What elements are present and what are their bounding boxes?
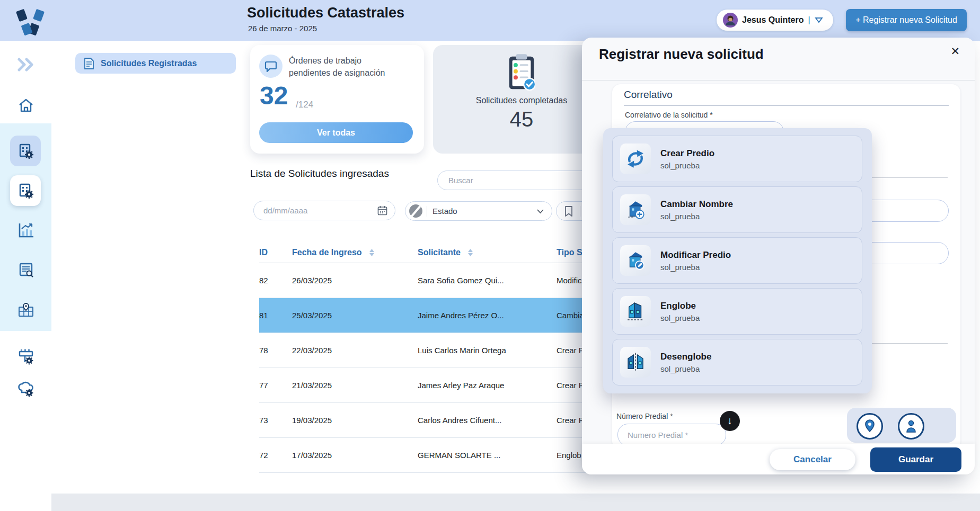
document-icon bbox=[84, 57, 94, 70]
pending-orders-title: Órdenes de trabajo pendientes de asignac… bbox=[289, 55, 385, 79]
option-crear-predio[interactable]: Crear Predio sol_prueba bbox=[612, 136, 862, 182]
sync-arrows-icon bbox=[620, 144, 651, 174]
chevron-down-icon bbox=[536, 209, 544, 214]
date-input[interactable] bbox=[263, 206, 369, 215]
option-modificar-predio[interactable]: Modificar Predio sol_prueba bbox=[612, 237, 862, 284]
house-plus-icon bbox=[620, 194, 651, 225]
cell-solicitante: Sara Sofia Gomez Qui... bbox=[418, 276, 557, 285]
pending-count: 32 bbox=[260, 81, 288, 110]
cell-fecha: 26/03/2025 bbox=[292, 276, 418, 285]
sidebar-item-stats[interactable] bbox=[0, 222, 51, 238]
table-row[interactable]: 73 19/03/2025 Carlos Andres Cifuent... C… bbox=[259, 403, 630, 438]
register-drawer: Registrar nueva solicitud ✕ Correlativo … bbox=[582, 38, 975, 474]
section-title-correlativo: Correlativo bbox=[624, 89, 673, 101]
date-filter[interactable] bbox=[253, 201, 395, 220]
user-menu[interactable]: Jesus Quintero | bbox=[717, 10, 833, 31]
user-divider: | bbox=[808, 15, 810, 25]
ver-todas-button[interactable]: Ver todas bbox=[259, 122, 413, 143]
divider bbox=[427, 206, 427, 217]
estado-label: Estado bbox=[432, 207, 457, 216]
drawer-title: Registrar nueva solicitud bbox=[599, 46, 764, 62]
page-title: Solicitudes Catastrales bbox=[247, 5, 404, 21]
calendar-icon bbox=[377, 205, 387, 216]
cell-fecha: 19/03/2025 bbox=[292, 416, 418, 425]
sidebar-item-solicitudes-active[interactable] bbox=[10, 136, 41, 166]
sign-gear-icon bbox=[17, 348, 34, 365]
scroll-down-button[interactable]: ↓ bbox=[720, 411, 740, 431]
cancel-button[interactable]: Cancelar bbox=[770, 449, 855, 470]
numero-predial-label: Número Predial * bbox=[616, 412, 673, 420]
cell-id: 73 bbox=[259, 416, 292, 425]
sidebar-expand-button[interactable] bbox=[0, 58, 51, 71]
column-header-fecha[interactable]: Fecha de Ingreso bbox=[292, 248, 418, 257]
table-row[interactable]: 82 26/03/2025 Sara Sofia Gomez Qui... Mo… bbox=[259, 263, 630, 298]
column-header-solicitante[interactable]: Solicitante bbox=[418, 248, 557, 257]
option-label: Modificar Predio bbox=[660, 250, 731, 261]
cell-fecha: 17/03/2025 bbox=[292, 451, 418, 460]
locate-owner-toggle bbox=[847, 408, 956, 443]
person-icon[interactable] bbox=[898, 413, 924, 440]
table-row[interactable]: 72 17/03/2025 GERMAN SOLARTE ... Englob bbox=[259, 438, 630, 473]
clipboard-check-icon bbox=[508, 53, 535, 92]
solicitud-type-dropdown: Crear Predio sol_prueba Cambi bbox=[603, 128, 872, 393]
pending-orders-card: Órdenes de trabajo pendientes de asignac… bbox=[250, 45, 424, 154]
pending-total: /124 bbox=[296, 100, 313, 110]
column-header-id[interactable]: ID bbox=[259, 248, 292, 257]
sort-icon[interactable] bbox=[468, 249, 473, 256]
app-header: Solicitudes Catastrales 26 de marzo - 20… bbox=[0, 0, 980, 41]
sidebar-item-map[interactable] bbox=[0, 302, 51, 318]
sidebar-item-documents[interactable] bbox=[0, 262, 51, 278]
cell-solicitante: Luis Carlos Marin Ortega bbox=[418, 346, 557, 355]
drawer-footer: Cancelar Guardar bbox=[582, 444, 975, 474]
cell-solicitante: James Arley Paz Araque bbox=[418, 381, 557, 390]
table-row[interactable]: 77 21/03/2025 James Arley Paz Araque Cre… bbox=[259, 368, 630, 403]
bottom-strip bbox=[51, 494, 980, 511]
option-label: Cambiar Nombre bbox=[660, 199, 733, 210]
section-divider bbox=[624, 105, 949, 106]
cell-fecha: 22/03/2025 bbox=[292, 346, 418, 355]
page-date: 26 de marzo - 2025 bbox=[248, 24, 317, 33]
chevron-down-icon bbox=[815, 17, 823, 23]
sort-icon[interactable] bbox=[369, 249, 374, 256]
building-merge-icon bbox=[620, 296, 651, 327]
table-row[interactable]: 81 25/03/2025 Jaime Andres Pérez O... Ca… bbox=[259, 298, 630, 333]
cell-solicitante: Carlos Andres Cifuent... bbox=[418, 416, 557, 425]
completed-count: 45 bbox=[510, 107, 534, 131]
location-pin-icon[interactable] bbox=[857, 413, 883, 440]
sidebar-item-board-settings[interactable] bbox=[0, 348, 51, 365]
estado-status-icon bbox=[409, 204, 422, 218]
sidebar-item-cloud-settings[interactable] bbox=[0, 381, 51, 398]
section-divider bbox=[872, 343, 948, 344]
option-label: Crear Predio bbox=[660, 148, 714, 159]
table-header-row: ID Fecha de Ingreso Solicitante Tipo S bbox=[259, 243, 630, 263]
cell-fecha: 21/03/2025 bbox=[292, 381, 418, 390]
numero-predial-input[interactable] bbox=[617, 424, 726, 446]
option-cambiar-nombre[interactable]: Cambiar Nombre sol_prueba bbox=[612, 186, 862, 233]
save-button[interactable]: Guardar bbox=[870, 447, 961, 472]
building-gear-icon bbox=[17, 182, 34, 199]
option-englobe[interactable]: Englobe sol_prueba bbox=[612, 288, 862, 335]
sidebar bbox=[0, 41, 51, 511]
register-new-request-button[interactable]: + Registrar nueva Solicitud bbox=[846, 9, 967, 31]
estado-select[interactable]: Estado bbox=[405, 201, 552, 221]
list-title: Lista de Solicitudes ingresadas bbox=[250, 168, 389, 180]
option-sublabel: sol_prueba bbox=[660, 212, 733, 221]
sidebar-item-solicitudes-alt[interactable] bbox=[10, 175, 41, 206]
table-row[interactable]: 78 22/03/2025 Luis Carlos Marin Ortega C… bbox=[259, 333, 630, 368]
tab-solicitudes-registradas[interactable]: Solicitudes Registradas bbox=[75, 53, 236, 74]
app: Solicitudes Catastrales 26 de marzo - 20… bbox=[0, 0, 980, 511]
home-icon bbox=[18, 98, 34, 113]
requests-table: ID Fecha de Ingreso Solicitante Tipo S bbox=[259, 243, 630, 473]
house-edit-icon bbox=[620, 245, 651, 276]
map-pin-icon bbox=[17, 302, 34, 318]
option-desenglobe[interactable]: Desenglobe sol_prueba bbox=[612, 339, 862, 386]
cell-id: 78 bbox=[259, 346, 292, 355]
option-sublabel: sol_prueba bbox=[660, 161, 714, 170]
app-logo-icon bbox=[15, 5, 46, 35]
tab-label: Solicitudes Registradas bbox=[101, 59, 197, 68]
sidebar-item-home[interactable] bbox=[0, 98, 51, 113]
chat-bubble-icon bbox=[259, 55, 282, 78]
building-split-icon bbox=[620, 347, 651, 378]
document-search-icon bbox=[18, 262, 34, 278]
close-icon[interactable]: ✕ bbox=[950, 45, 960, 58]
